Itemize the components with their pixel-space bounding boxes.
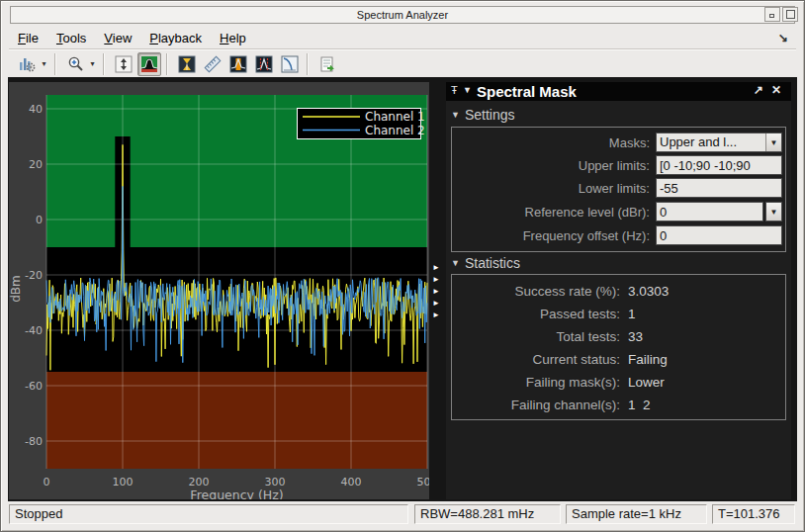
window-title: Spectrum Analyzer <box>11 7 794 23</box>
masks-dropdown-arrow[interactable]: ▼ <box>765 133 781 151</box>
status-rbw: RBW=488.281 mHz <box>414 504 561 524</box>
right-triangle-icon: ► <box>432 274 440 286</box>
collapse-down-icon: ▼ <box>451 258 460 268</box>
export-icon <box>318 55 336 73</box>
pin-button[interactable]: Ŧ <box>451 84 458 96</box>
occupied-bandwidth-icon <box>255 55 273 73</box>
toolbar-separator <box>166 53 168 75</box>
menu-item-tools[interactable]: Tools <box>47 28 95 48</box>
right-triangle-icon: ► <box>432 262 440 274</box>
panel-collapse-button[interactable]: ▼ <box>463 85 472 95</box>
caret-down-icon: ▾ <box>42 59 45 68</box>
plot-container: Channel 1Channel 240200-20-40-60-8001002… <box>9 82 429 499</box>
caret-down-icon: ▼ <box>770 138 778 147</box>
spectrum-plot[interactable]: Channel 1Channel 240200-20-40-60-8001002… <box>9 82 429 499</box>
stat-value: 1 2 <box>628 394 651 416</box>
reference-level-input[interactable] <box>656 202 763 222</box>
spectral-mask-panel: Ŧ ▼ Spectral Mask ↗ ✕ ▼Settings Masks: U… <box>446 82 791 499</box>
distortion-measurements-button[interactable] <box>201 52 224 76</box>
spectrum-settings-button[interactable] <box>15 52 39 76</box>
stat-row: Total tests:33 <box>452 325 785 348</box>
ccdf-icon <box>281 55 299 73</box>
toolbar-separator <box>54 53 56 75</box>
channel-measurements-button[interactable] <box>226 52 250 76</box>
masks-label: Masks: <box>452 133 650 153</box>
peak-finder-button[interactable] <box>175 52 199 76</box>
stat-row: Passed tests:1 <box>452 303 785 325</box>
stat-value: 3.0303 <box>628 280 669 303</box>
stat-label: Current status: <box>452 348 620 371</box>
reference-level-dropdown[interactable]: ▼ <box>765 202 782 222</box>
stat-row: Current status:Failing <box>452 348 785 371</box>
menu-item-view[interactable]: View <box>95 28 140 48</box>
statistics-section-header[interactable]: ▼Statistics <box>451 255 520 271</box>
legend-label: Channel 1 <box>365 110 425 124</box>
collapse-down-icon: ▼ <box>451 110 460 120</box>
zoom-in-icon <box>67 55 84 72</box>
spectrum-settings-dropdown[interactable]: ▾ <box>39 52 49 76</box>
y-tick-label: -20 <box>25 269 43 282</box>
frequency-offset-input[interactable] <box>656 225 782 245</box>
dock-icon: ↘ <box>778 31 788 44</box>
panel-expander[interactable]: ► ► ► ► ► <box>429 262 443 323</box>
window-frame: Spectrum Analyzer FileToolsViewPlaybackH… <box>0 0 805 532</box>
autoscale-y-button[interactable] <box>112 52 135 76</box>
status-time: T=101.376 <box>712 504 795 524</box>
reference-level-label: Reference level (dBr): <box>452 202 650 222</box>
ccdf-measurements-button[interactable] <box>278 52 302 76</box>
channel-measurements-icon <box>229 55 247 73</box>
toolbar: ▾ ▾ <box>9 50 796 77</box>
statistics-group-box: Success rate (%):3.0303Passed tests:1Tot… <box>451 274 786 420</box>
stat-label: Failing mask(s): <box>452 371 620 394</box>
spectral-mask-icon <box>140 55 158 73</box>
spectral-mask-button[interactable] <box>137 52 161 76</box>
upper-limits-label: Upper limits: <box>452 155 650 176</box>
legend-label: Channel 2 <box>365 124 425 137</box>
caret-down-icon: ▼ <box>770 208 778 217</box>
x-tick-label: 500 <box>417 476 430 488</box>
stat-row: Failing mask(s):Lower <box>452 371 785 394</box>
settings-section-label: Settings <box>465 107 515 123</box>
export-data-button[interactable] <box>315 52 339 76</box>
zoom-dropdown[interactable]: ▾ <box>87 52 98 76</box>
frequency-offset-label: Frequency offset (Hz): <box>452 225 650 246</box>
spectrum-settings-icon <box>19 55 36 72</box>
right-triangle-icon: ► <box>432 286 440 298</box>
menubar: FileToolsViewPlaybackHelp ↘ <box>9 28 796 48</box>
caret-down-icon: ▾ <box>90 59 94 68</box>
panel-title: Spectral Mask <box>477 82 577 101</box>
y-axis-label: dBm <box>9 275 23 303</box>
zoom-in-button[interactable] <box>63 52 87 76</box>
y-tick-label: 40 <box>29 103 43 116</box>
right-triangle-icon: ► <box>432 310 440 321</box>
maximize-button[interactable] <box>782 7 798 22</box>
minimize-button[interactable] <box>764 7 780 22</box>
y-tick-label: 0 <box>36 214 43 226</box>
menu-item-help[interactable]: Help <box>211 28 255 48</box>
settings-group-box: Masks: Upper and l... ▼ Upper limits: Lo… <box>451 127 786 252</box>
lower-mask-region <box>46 372 427 469</box>
menu-item-file[interactable]: File <box>9 28 47 48</box>
panel-header: Ŧ ▼ Spectral Mask ↗ ✕ <box>446 82 791 101</box>
upper-limits-input[interactable] <box>656 155 782 175</box>
settings-section-header[interactable]: ▼Settings <box>451 107 515 123</box>
x-tick-label: 400 <box>341 476 362 488</box>
stat-value: 1 <box>628 303 636 325</box>
stat-label: Success rate (%): <box>452 280 620 303</box>
titlebar: Spectrum Analyzer <box>10 6 795 24</box>
panel-undock-button[interactable]: ↗ <box>754 83 763 97</box>
masks-select[interactable]: Upper and l... ▼ <box>656 133 782 152</box>
y-tick-label: -80 <box>25 435 43 448</box>
y-tick-label: -60 <box>25 380 43 393</box>
occupied-bandwidth-button[interactable] <box>252 52 276 76</box>
statistics-section-label: Statistics <box>465 255 520 271</box>
stat-row: Success rate (%):3.0303 <box>452 280 785 303</box>
dock-button[interactable]: ↘ <box>774 30 792 46</box>
stat-label: Passed tests: <box>452 303 620 325</box>
lower-limits-input[interactable] <box>656 178 782 198</box>
stat-value: Lower <box>628 371 665 394</box>
stat-value: Failing <box>628 348 668 371</box>
lower-limits-label: Lower limits: <box>452 178 650 199</box>
panel-close-button[interactable]: ✕ <box>771 83 781 97</box>
menu-item-playback[interactable]: Playback <box>140 28 211 48</box>
